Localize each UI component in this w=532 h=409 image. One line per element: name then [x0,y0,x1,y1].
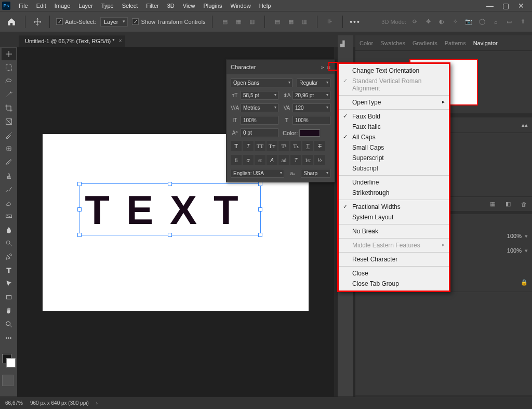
menu-plugins[interactable]: Plugins [199,2,226,10]
handle-bot-right[interactable] [258,233,262,237]
menu-image[interactable]: Image [50,2,75,10]
doc-info[interactable]: 960 px x 640 px (300 ppi) [30,400,89,406]
menu-edit[interactable]: Edit [32,2,50,10]
antialias-input[interactable]: Sharp [301,169,330,178]
minimize-button[interactable]: — [486,2,494,9]
frame-tool[interactable] [2,115,16,128]
handle-top-mid[interactable] [168,182,172,186]
collapse-icon[interactable]: ▴▴ [522,122,528,128]
text-layer-content[interactable]: TEXT [79,184,260,236]
text-layer-bounds[interactable]: TEXT [79,183,261,235]
align-left-button[interactable]: ▤ [219,16,231,28]
histogram-icon[interactable]: ▟ [340,41,351,51]
workspace-icon[interactable]: ▭ [504,17,514,27]
font-family-input[interactable]: Open Sans [231,78,292,87]
tab-navigator[interactable]: Navigator [473,40,498,46]
opacity-value[interactable]: 100% [507,233,522,239]
user-icon[interactable]: ◯ [477,17,487,27]
distribute-button[interactable]: ⊪ [324,16,336,28]
align-top-button[interactable]: ▤ [271,16,284,28]
handle-bot-mid[interactable] [168,233,172,237]
crop-tool[interactable] [2,102,16,114]
menu-item-strikethrough[interactable]: Strikethrough [339,188,449,198]
menu-item-faux-italic[interactable]: Faux Italic [339,122,449,132]
contextual-button[interactable]: σ [243,155,254,165]
tracking-input[interactable]: 120 [292,103,330,112]
trash-icon[interactable]: 🗑 [520,201,528,207]
search-icon[interactable]: ⌕ [490,17,501,27]
ordinals-button[interactable]: 1st [302,155,313,165]
menu-item-system-layout[interactable]: System Layout [339,212,449,222]
tab-color[interactable]: Color [360,40,373,46]
menu-filter[interactable]: Filter [142,2,163,10]
menu-item-fractional-widths[interactable]: Fractional Widths [339,202,449,212]
pen-tool[interactable] [2,250,16,263]
marquee-tool[interactable] [2,61,16,74]
show-transform-checkbox[interactable]: ✓Show Transform Controls [132,18,205,25]
lock-icon[interactable]: 🔒 [521,279,528,286]
panel-collapse-icon[interactable]: » [321,64,324,70]
maximize-button[interactable]: ▢ [502,2,509,9]
swash-button[interactable]: A [267,155,277,165]
menu-item-underline[interactable]: Underline [339,177,449,188]
camera-icon[interactable]: ◧ [504,201,512,207]
status-chevron-icon[interactable]: › [96,400,98,406]
handle-mid-left[interactable] [77,207,82,212]
fill-value[interactable]: 100% [507,247,522,254]
menu-item-opentype[interactable]: OpenType [339,97,449,108]
zoom-level[interactable]: 66,67% [5,400,23,406]
menu-window[interactable]: Window [227,2,255,10]
menu-type[interactable]: Type [97,2,118,10]
menu-item-reset-character[interactable]: Reset Character [339,254,449,265]
close-tab-icon[interactable]: × [119,38,122,44]
discretionary-button[interactable]: st [255,155,265,165]
vscale-input[interactable]: 100% [241,116,278,125]
subscript-button[interactable]: T₁ [290,141,301,151]
lasso-tool[interactable] [2,75,16,87]
3d-slide-icon[interactable]: ✧ [450,17,460,27]
zoom-tool[interactable] [2,318,16,331]
handle-top-right[interactable] [258,182,262,186]
handle-top-left[interactable] [77,182,82,186]
menu-item-change-text-orientation[interactable]: Change Text Orientation [339,65,449,76]
menu-view[interactable]: View [179,2,200,10]
ligatures-button[interactable]: fi [231,155,242,165]
align-right-button[interactable]: ▥ [246,16,258,28]
titling-button[interactable]: T [290,155,301,165]
font-weight-input[interactable]: Regular [297,78,330,87]
menu-item-no-break[interactable]: No Break [339,226,449,236]
brush-tool[interactable] [2,156,16,168]
align-bottom-button[interactable]: ▥ [298,16,311,28]
eyedropper-tool[interactable] [2,129,16,141]
font-size-input[interactable]: 58,5 pt [241,91,278,100]
handle-bot-left[interactable] [77,233,82,237]
tab-swatches[interactable]: Swatches [380,40,405,46]
superscript-button[interactable]: T¹ [278,141,289,151]
magic-wand-tool[interactable] [2,88,16,101]
auto-select-checkbox[interactable]: ✓Auto-Select: [56,18,96,25]
italic-button[interactable]: T [243,141,254,151]
auto-select-dropdown[interactable]: Layer [100,17,128,27]
fractions-button[interactable]: ½ [314,155,325,165]
text-color-swatch[interactable] [299,129,320,137]
menu-item-faux-bold[interactable]: Faux Bold [339,111,449,122]
align-middle-button[interactable]: ▦ [285,16,297,28]
3d-pan-icon[interactable]: ✥ [423,17,433,27]
close-button[interactable]: ✕ [517,2,525,9]
allcaps-button[interactable]: TT [255,141,265,151]
menu-item-close-tab-group[interactable]: Close Tab Group [339,279,449,289]
history-brush-tool[interactable] [2,183,16,195]
menu-select[interactable]: Select [118,2,142,10]
menu-item-close[interactable]: Close [339,268,449,279]
menu-help[interactable]: Help [255,2,275,10]
type-tool[interactable] [2,264,16,276]
gradient-tool[interactable] [2,210,16,222]
menu-3d[interactable]: 3D [163,2,179,10]
menu-item-superscript[interactable]: Superscript [339,153,449,163]
3d-roll-icon[interactable]: ◐ [436,17,447,27]
quick-mask-button[interactable] [2,375,14,386]
3d-orbit-icon[interactable]: ⟳ [409,17,420,27]
stamp-tool[interactable] [2,169,16,182]
hscale-input[interactable]: 100% [292,116,330,125]
strikethrough-button[interactable]: T [314,141,325,151]
